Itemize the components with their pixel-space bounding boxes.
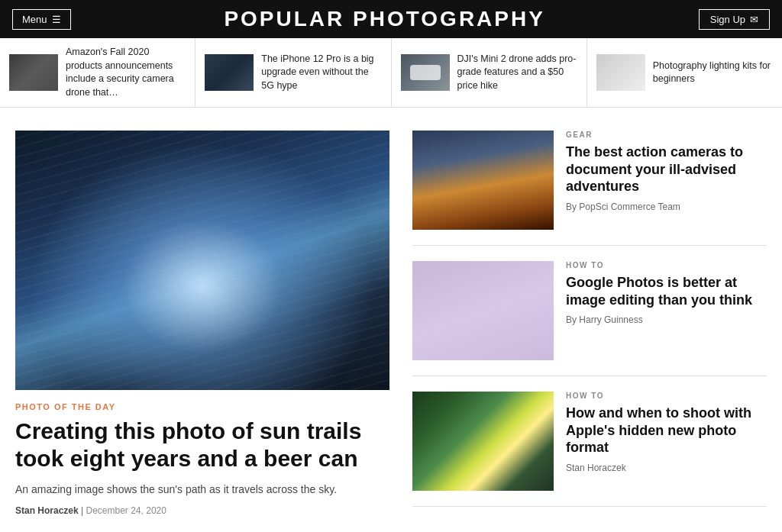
feature-article[interactable]: PHOTO OF THE DAY Creating this photo of … (15, 131, 389, 516)
menu-icon: ☰ (52, 14, 61, 25)
article-title: The best action cameras to document your… (566, 143, 767, 195)
article-title: How and when to shoot with Apple's hidde… (566, 405, 767, 456)
feature-author: Stan Horaczek (15, 505, 79, 516)
article-byline: By Harry Guinness (566, 314, 767, 325)
articles-list: GEAR The best action cameras to document… (412, 131, 767, 516)
signup-label: Sign Up (710, 14, 745, 25)
site-header: Menu ☰ POPULAR PHOTOGRAPHY Sign Up ✉ (0, 0, 782, 38)
email-icon: ✉ (750, 14, 758, 25)
ticker-item[interactable]: Amazon's Fall 2020 products announcement… (0, 38, 196, 107)
ticker-thumb (596, 54, 645, 91)
article-byline: Stan Horaczek (566, 463, 767, 473)
ticker-text: The iPhone 12 Pro is a big upgrade even … (261, 53, 381, 93)
article-info: GEAR The best action cameras to document… (566, 131, 767, 230)
article-thumbnail (412, 392, 554, 491)
article-info: HOW TO How and when to shoot with Apple'… (566, 392, 767, 491)
article-thumbnail (412, 261, 554, 360)
article-thumbnail (412, 131, 554, 230)
feature-image (15, 131, 389, 390)
article-category: HOW TO (566, 261, 767, 269)
site-logo: POPULAR PHOTOGRAPHY (71, 7, 699, 31)
feature-byline: Stan Horaczek | December 24, 2020 (15, 505, 389, 516)
article-byline: By PopSci Commerce Team (566, 202, 767, 212)
ticker-text: DJI's Mini 2 drone adds pro-grade featur… (457, 53, 577, 93)
article-title: Google Photos is better at image editing… (566, 274, 767, 308)
article-category: HOW TO (566, 392, 767, 400)
ticker-bar: Amazon's Fall 2020 products announcement… (0, 38, 782, 108)
ticker-item[interactable]: The iPhone 12 Pro is a big upgrade even … (196, 38, 391, 107)
article-card[interactable]: HOW TO How and when to shoot with Apple'… (412, 376, 767, 507)
ticker-thumb (401, 54, 450, 91)
ticker-text: Photography lighting kits for beginners (653, 60, 773, 86)
article-category: GEAR (566, 131, 767, 139)
feature-description: An amazing image shows the sun's path as… (15, 482, 389, 498)
menu-button[interactable]: Menu ☰ (12, 9, 71, 30)
signup-button[interactable]: Sign Up ✉ (699, 9, 770, 30)
main-content: PHOTO OF THE DAY Creating this photo of … (0, 108, 782, 531)
feature-date: December 24, 2020 (86, 505, 166, 516)
ticker-item[interactable]: DJI's Mini 2 drone adds pro-grade featur… (392, 38, 587, 107)
ticker-thumb (205, 54, 254, 91)
ticker-thumb (9, 54, 58, 91)
ticker-text: Amazon's Fall 2020 products announcement… (66, 46, 186, 99)
article-info: HOW TO Google Photos is better at image … (566, 261, 767, 360)
ticker-item[interactable]: Photography lighting kits for beginners (587, 38, 782, 107)
article-card[interactable]: GEAR The best action cameras to document… (412, 131, 767, 246)
feature-category: PHOTO OF THE DAY (15, 402, 389, 411)
article-card[interactable]: HOW TO Google Photos is better at image … (412, 246, 767, 376)
menu-label: Menu (22, 14, 47, 25)
feature-title: Creating this photo of sun trails took e… (15, 418, 389, 472)
